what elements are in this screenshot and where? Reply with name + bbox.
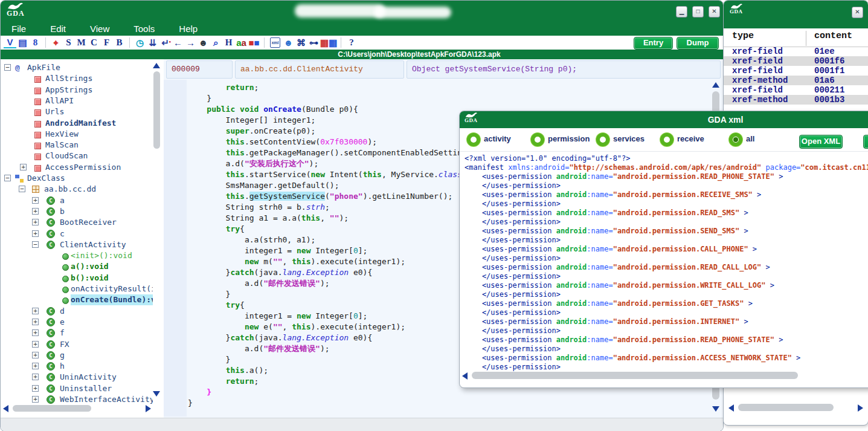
xml-titlebar[interactable]: GDA GDA xml xyxy=(460,111,868,128)
xref-scroll-right-arrow[interactable] xyxy=(858,404,863,412)
code-scroll-down-arrow[interactable] xyxy=(712,406,719,412)
menu-help[interactable]: Help xyxy=(179,23,198,35)
menu-edit[interactable]: Edit xyxy=(50,23,66,35)
tree-item-label[interactable]: BootReceiver xyxy=(60,217,117,228)
tree-item-label[interactable]: ClientActivity xyxy=(60,239,126,250)
tree-item-label[interactable]: onActivityResult(i xyxy=(71,284,153,294)
expand-box-icon[interactable]: + xyxy=(32,329,39,336)
tree-item-label[interactable]: b():void xyxy=(71,273,109,284)
tree-item-label[interactable]: Uninstaller xyxy=(60,383,112,394)
xref-row[interactable]: xref-method01a6 xyxy=(724,76,868,85)
tree-item-label[interactable]: c xyxy=(60,228,65,239)
tree-item-label[interactable]: FX xyxy=(60,339,69,350)
expand-box-icon[interactable]: + xyxy=(32,374,39,380)
goto-line-icon[interactable]: ↵ xyxy=(159,36,172,49)
xref-row[interactable]: xref-field000211 xyxy=(724,85,868,95)
xref-close-button[interactable]: ✕ xyxy=(852,7,863,18)
tree-item-label[interactable]: e xyxy=(60,317,65,328)
dot-grid-icon[interactable]: ▦▦ xyxy=(320,36,337,49)
save-icon[interactable]: ▤ xyxy=(16,36,29,49)
search-field-icon[interactable]: F xyxy=(100,36,113,49)
collapse-box-icon[interactable]: − xyxy=(4,64,11,71)
xref-row[interactable]: xref-field01ee xyxy=(724,47,868,56)
search-string-icon[interactable]: S xyxy=(62,36,75,49)
search-bytes-icon[interactable]: B xyxy=(113,36,126,49)
collapse-box-icon[interactable]: − xyxy=(32,241,39,248)
tree-item-label[interactable]: d xyxy=(60,306,65,317)
expand-box-icon[interactable]: + xyxy=(32,363,39,369)
tree-item-label[interactable]: onCreate(Bundle):v xyxy=(71,294,153,305)
color-blocks-icon[interactable]: ■■ xyxy=(248,36,260,49)
tree-item-label[interactable]: g xyxy=(60,350,65,361)
xref-titlebar[interactable]: GDA ✕ xyxy=(724,1,868,28)
xref-scroll-left-arrow[interactable] xyxy=(728,404,734,412)
doc-search-icon[interactable]: ⌕ xyxy=(210,36,222,49)
menu-view[interactable]: View xyxy=(90,23,109,35)
radio-receive[interactable] xyxy=(660,133,674,146)
tree-item-label[interactable]: a xyxy=(60,195,65,206)
tree-item-label[interactable]: WebInterfaceActivity xyxy=(60,394,153,404)
xml-hscroll-thumb[interactable] xyxy=(472,372,798,379)
maximize-button[interactable]: □ xyxy=(692,6,704,18)
expand-box-icon[interactable]: + xyxy=(32,341,39,348)
expand-box-icon[interactable]: + xyxy=(32,319,39,325)
tree-item-label[interactable]: UninActivity xyxy=(60,372,117,383)
search-class-icon[interactable]: C xyxy=(88,36,100,49)
expand-box-icon[interactable]: + xyxy=(32,208,39,215)
tree-item-label[interactable]: MalScan xyxy=(45,140,79,151)
entry-button[interactable]: Entry xyxy=(634,37,673,50)
radio-services[interactable] xyxy=(596,133,609,146)
radio-permission[interactable] xyxy=(531,133,544,146)
hex-eight-icon[interactable]: 8 xyxy=(29,36,42,49)
expand-box-icon[interactable]: + xyxy=(32,396,39,403)
search-pin-icon[interactable]: ⌖ xyxy=(50,36,62,49)
tree-scroll-down-arrow[interactable] xyxy=(153,391,160,397)
menu-file[interactable]: File xyxy=(11,23,26,35)
hex-h-icon[interactable]: H xyxy=(222,36,235,49)
close-button[interactable]: ✕ xyxy=(709,6,720,18)
tree-item-label[interactable]: AccessPermission xyxy=(45,162,121,173)
tree-scroll-left-arrow[interactable] xyxy=(3,405,8,412)
open-file-icon[interactable]: V xyxy=(4,37,16,48)
tree-item-label[interactable]: f xyxy=(60,328,65,339)
expand-box-icon[interactable]: + xyxy=(32,219,39,225)
main-titlebar[interactable]: GDA ▁ □ ✕ xyxy=(1,1,723,23)
tree-item-label[interactable]: CloudScan xyxy=(45,151,88,161)
xml-scroll-left-arrow[interactable] xyxy=(462,372,468,380)
expand-box-icon[interactable]: + xyxy=(20,164,27,170)
history-icon[interactable]: ◷ xyxy=(133,36,146,49)
tree-item-label[interactable]: aa.bb.cc.dd xyxy=(44,184,96,195)
xref-hscroll-thumb[interactable] xyxy=(738,404,834,411)
open-xml-button[interactable]: Open XML xyxy=(799,135,843,149)
help-icon[interactable]: ? xyxy=(345,36,358,49)
tree-item-label[interactable]: DexClass xyxy=(27,173,65,184)
search-method-icon[interactable]: M xyxy=(75,36,88,49)
dump-button[interactable]: Dump xyxy=(677,37,719,50)
radio-all[interactable] xyxy=(729,133,742,146)
expand-box-icon[interactable]: + xyxy=(32,197,39,204)
clipped-green-button[interactable] xyxy=(863,135,868,149)
tree-vscroll-thumb[interactable] xyxy=(153,71,160,149)
expand-box-icon[interactable]: + xyxy=(32,385,39,392)
collapse-box-icon[interactable]: − xyxy=(19,186,25,192)
tree-item-label[interactable]: AppStrings xyxy=(45,85,92,96)
back-icon[interactable]: ← xyxy=(172,36,184,49)
xml-doc-icon[interactable]: xml xyxy=(270,37,280,48)
forward-icon[interactable]: → xyxy=(184,36,197,49)
key-icon[interactable]: ⊶ xyxy=(307,36,320,49)
tree-item-label[interactable]: b xyxy=(60,206,65,217)
tree-scroll-up-arrow[interactable] xyxy=(153,63,160,68)
code-scroll-up-arrow[interactable] xyxy=(712,82,719,88)
xref-row[interactable]: xref-field0001f6 xyxy=(724,56,868,66)
tree-item-label[interactable]: Urls xyxy=(45,106,64,117)
ascii-convert-icon[interactable]: aa xyxy=(235,36,248,49)
tree-item-label[interactable]: AllStrings xyxy=(45,73,92,84)
menu-tools[interactable]: Tools xyxy=(133,23,155,35)
jump-down-icon[interactable]: ⇊ xyxy=(146,36,159,49)
android-robot-icon[interactable]: ☻ xyxy=(197,36,210,49)
tree-hscroll-thumb[interactable] xyxy=(13,405,91,412)
xref-row[interactable]: xref-field0001f1 xyxy=(724,66,868,76)
tree-item-label[interactable]: HexView xyxy=(45,129,79,140)
tree-item-label[interactable]: a():void xyxy=(71,261,109,272)
tree-scroll-right-arrow[interactable] xyxy=(146,405,151,412)
